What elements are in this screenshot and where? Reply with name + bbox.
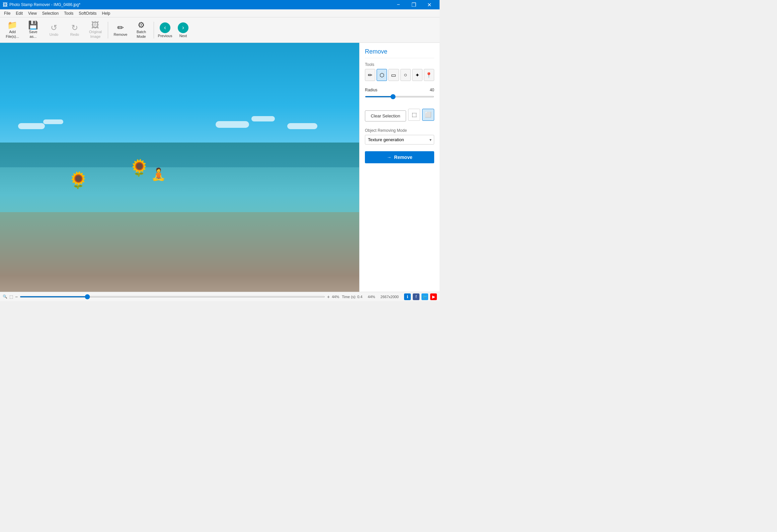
status-bar-right: Time (s): 0.4 44% 2667x2000 ℹ f 🐦 ▶ (342, 293, 437, 300)
select-tool-icon: ⬚ (9, 294, 13, 299)
zoom-increase-button[interactable]: + (327, 294, 330, 299)
object-removing-label: Object Removing Mode (365, 128, 434, 133)
status-bar-left: 🔍 ⬚ − + 44% (3, 294, 339, 299)
brush-tool-button[interactable]: ✏ (365, 69, 375, 81)
person-on-board: 🧘 (151, 167, 166, 181)
redo-button[interactable]: ↻ Redo (65, 19, 84, 41)
save-icon: 💾 (28, 21, 38, 29)
batch-mode-icon: ⚙ (138, 21, 145, 29)
cloud-4 (251, 116, 275, 121)
undo-button[interactable]: ↺ Undo (44, 19, 64, 41)
window-controls: − ❐ ✕ (391, 0, 437, 9)
social-icons: ℹ f 🐦 ▶ (404, 293, 437, 300)
previous-button[interactable]: ‹ Previous (157, 19, 173, 41)
menu-file[interactable]: File (1, 9, 13, 17)
close-button[interactable]: ✕ (421, 0, 437, 9)
batch-mode-button[interactable]: ⚙ BatchMode (132, 19, 151, 41)
remove-button-icon: → (387, 155, 391, 160)
save-as-button[interactable]: 💾 Saveas... (23, 19, 43, 41)
batch-mode-label: BatchMode (137, 30, 146, 38)
right-panel: Remove Tools ✏ ⬡ ▭ ○ ✦ 📍 Radius 40 (359, 43, 440, 292)
cloud-2 (43, 119, 63, 124)
remove-button-label: Remove (394, 155, 412, 160)
add-files-button[interactable]: 📁 AddFile(s)... (3, 19, 22, 41)
object-removing-dropdown[interactable]: Texture generation Smart fill Content-aw… (365, 135, 434, 145)
next-button[interactable]: › Next (175, 19, 191, 41)
remove-button[interactable]: → Remove (365, 151, 434, 163)
menu-tools[interactable]: Tools (61, 9, 76, 17)
cloud-5 (287, 123, 317, 129)
time-label: Time (s): 0.4 (342, 295, 362, 299)
radius-slider[interactable] (365, 96, 434, 97)
undo-label: Undo (50, 32, 58, 36)
restore-button[interactable]: ❐ (406, 0, 421, 9)
cloud-3 (216, 121, 249, 128)
menu-help[interactable]: Help (99, 9, 113, 17)
facebook-icon[interactable]: f (413, 293, 419, 300)
zoom-percentage: 44% (332, 295, 339, 299)
add-files-icon: 📁 (7, 21, 17, 29)
original-image-icon: 🖼 (91, 21, 99, 29)
add-files-label: AddFile(s)... (6, 30, 19, 38)
toolbar-separator-1 (108, 22, 108, 38)
menu-selection[interactable]: Selection (40, 9, 61, 17)
radius-value: 40 (430, 88, 434, 92)
original-image-button[interactable]: 🖼 OriginalImage (86, 19, 105, 41)
remove-tool-button[interactable]: ✏ Remove (111, 19, 130, 41)
radius-section: Radius 40 (365, 85, 434, 98)
dimensions-label: 2667x2000 (381, 295, 399, 299)
next-circle: › (178, 22, 188, 33)
cloud-1 (18, 123, 45, 129)
previous-label: Previous (158, 34, 172, 38)
remove-tool-icon: ✏ (117, 24, 124, 32)
remove-tool-label: Remove (114, 32, 128, 36)
image-scene: 🌻 🌻 🧘 (0, 43, 359, 292)
zoom-level-label: 44% (368, 295, 375, 299)
save-label: Saveas... (29, 30, 37, 38)
rect-tool-button[interactable]: ▭ (388, 69, 399, 81)
twitter-icon[interactable]: 🐦 (421, 293, 428, 300)
info-icon[interactable]: ℹ (404, 293, 411, 300)
title-bar: 🖼 Photo Stamp Remover - IMG_0486.jpg* − … (0, 0, 440, 9)
menu-bar: File Edit View Selection Tools SoftOrbit… (0, 9, 440, 17)
tools-row: ✏ ⬡ ▭ ○ ✦ 📍 (365, 69, 434, 81)
menu-edit[interactable]: Edit (13, 9, 25, 17)
sea-near-layer (0, 212, 359, 292)
selection-mode-button-2[interactable]: ⬜ (422, 109, 434, 121)
window-title: Photo Stamp Remover - IMG_0486.jpg* (9, 2, 80, 7)
panel-title: Remove (365, 48, 434, 58)
stamp-tool-button[interactable]: 📍 (424, 69, 434, 81)
app-logo: 🖼 (3, 2, 7, 7)
zoom-decrease-button[interactable]: − (15, 294, 18, 299)
clear-selection-section: Clear Selection ⬚ ⬜ (365, 108, 434, 121)
canvas-area[interactable]: 🌻 🌻 🧘 (0, 43, 359, 292)
undo-icon: ↺ (51, 24, 57, 32)
youtube-icon[interactable]: ▶ (430, 293, 437, 300)
main-layout: 🌻 🌻 🧘 Remove Tools ✏ ⬡ ▭ ○ ✦ 📍 Radius 40 (0, 43, 440, 292)
selection-mode-button-1[interactable]: ⬚ (408, 109, 420, 121)
eraser-tool-button[interactable]: ⬡ (377, 69, 387, 81)
menu-softorbits[interactable]: SoftOrbits (76, 9, 99, 17)
sticker-1[interactable]: 🌻 (68, 172, 88, 188)
menu-view[interactable]: View (25, 9, 40, 17)
redo-icon: ↻ (71, 24, 78, 32)
lasso-tool-button[interactable]: ○ (400, 69, 411, 81)
redo-label: Redo (70, 32, 79, 36)
clear-selection-button[interactable]: Clear Selection (365, 110, 406, 121)
tools-section: Tools ✏ ⬡ ▭ ○ ✦ 📍 (365, 62, 434, 81)
tools-section-label: Tools (365, 62, 434, 67)
radius-label: Radius (365, 88, 377, 92)
zoom-slider[interactable] (20, 296, 325, 297)
sticker-2[interactable]: 🌻 (129, 160, 149, 176)
toolbar-separator-2 (154, 22, 154, 38)
object-removing-section: Object Removing Mode Texture generation … (365, 128, 434, 145)
previous-circle: ‹ (160, 22, 170, 33)
status-bar: 🔍 ⬚ − + 44% Time (s): 0.4 44% 2667x2000 … (0, 292, 440, 301)
minimize-button[interactable]: − (391, 0, 406, 9)
magic-tool-button[interactable]: ✦ (412, 69, 422, 81)
toolbar: 📁 AddFile(s)... 💾 Saveas... ↺ Undo ↻ Red… (0, 17, 440, 43)
original-image-label: OriginalImage (89, 30, 102, 38)
next-label: Next (179, 34, 187, 38)
zoom-out-icon: 🔍 (3, 294, 7, 299)
